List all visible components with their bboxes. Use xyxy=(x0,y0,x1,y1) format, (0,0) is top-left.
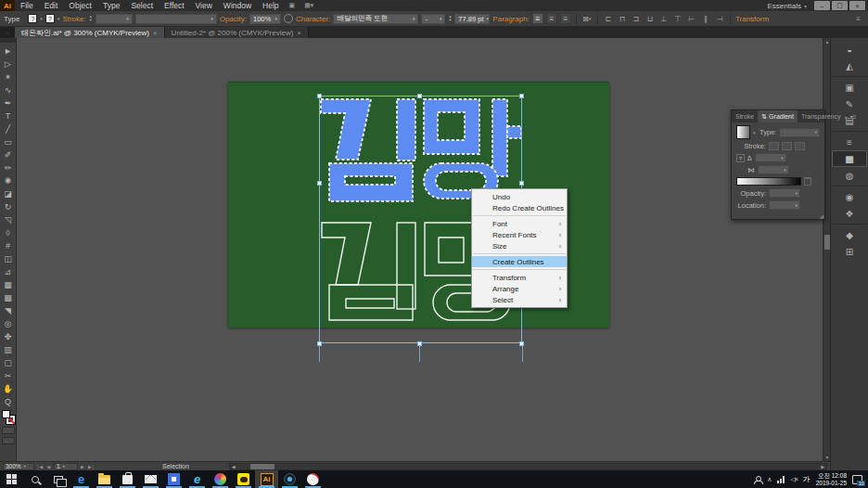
fill-stroke-indicator[interactable] xyxy=(2,410,15,424)
drawing-mode-button[interactable] xyxy=(2,427,15,434)
menu-item[interactable]: Select xyxy=(125,0,159,11)
distribute-left-icon[interactable]: ⊢ xyxy=(686,13,697,24)
search-button[interactable] xyxy=(23,470,46,488)
close-button[interactable]: × xyxy=(849,1,865,10)
hand-tool[interactable]: ✋ xyxy=(1,382,16,395)
distribute-right-icon[interactable]: ⊣ xyxy=(714,13,725,24)
taskbar-app-nox[interactable] xyxy=(278,470,301,488)
tray-expand-icon[interactable]: ∧ xyxy=(767,476,772,483)
stroke-weight-field[interactable]: ▾ xyxy=(96,14,133,24)
free-transform-tool[interactable]: # xyxy=(1,239,16,252)
color-guide-panel-icon[interactable]: ◭ xyxy=(832,58,867,74)
artboards-panel-icon[interactable]: ⊞ xyxy=(832,243,867,260)
reverse-gradient-icon[interactable]: ? xyxy=(736,154,745,162)
menu-item[interactable]: Help xyxy=(257,0,284,11)
tab-transparency[interactable]: Transparency xyxy=(798,110,845,122)
blob-brush-tool[interactable]: ✺ xyxy=(1,174,16,187)
gradient-tool[interactable]: ▩ xyxy=(1,291,16,304)
tab-stroke[interactable]: Stroke xyxy=(732,110,758,122)
zoom-tool[interactable]: Q xyxy=(1,395,16,408)
delete-stop-icon[interactable] xyxy=(804,177,811,186)
scale-tool[interactable]: ◹ xyxy=(1,213,16,226)
task-view-button[interactable] xyxy=(46,470,70,488)
pen-tool[interactable]: ✒ xyxy=(1,96,16,109)
mesh-tool[interactable]: ▦ xyxy=(1,278,16,291)
go-to-bridge-icon[interactable]: ▣ xyxy=(285,2,300,9)
menu-item[interactable]: Type xyxy=(97,0,125,11)
previous-artboard-icon[interactable]: ◀ xyxy=(46,464,51,469)
font-style-field[interactable]: -▾ xyxy=(421,14,445,24)
minimize-button[interactable]: – xyxy=(814,1,830,10)
panel-menu-icon[interactable]: ▾≡ xyxy=(850,113,857,120)
rectangle-tool[interactable]: ▭ xyxy=(1,135,16,148)
distribute-center-icon[interactable]: ∥ xyxy=(700,13,711,24)
appearance-panel-icon[interactable]: ◉ xyxy=(832,188,867,205)
tab-close-icon[interactable]: × xyxy=(153,29,158,37)
taskbar-app-edge[interactable]: e xyxy=(70,470,93,488)
fill-proxy-swatch[interactable] xyxy=(2,410,10,418)
perspective-grid-tool[interactable]: ⊿ xyxy=(1,265,16,278)
menu-item[interactable]: Window xyxy=(218,0,257,11)
graph-tool[interactable]: ▥ xyxy=(1,343,16,356)
paintbrush-tool[interactable]: ✐ xyxy=(1,148,16,161)
zoom-level-field[interactable]: 300%▾ xyxy=(3,463,34,470)
horizontal-scroll-thumb[interactable] xyxy=(250,464,274,469)
tools-grip[interactable] xyxy=(0,38,16,43)
layers-panel-icon[interactable]: ◆ xyxy=(832,226,867,243)
character-link[interactable]: Character: xyxy=(296,15,330,23)
tab-document-1[interactable]: 태온짜인.ai* @ 300% (CMYK/Preview) × xyxy=(15,27,165,38)
menu-item-select[interactable]: Select› xyxy=(472,294,567,305)
collapse-panel-icon[interactable]: » xyxy=(845,114,848,120)
eyedropper-tool[interactable]: ◥ xyxy=(1,304,16,317)
arrange-documents-icon[interactable]: ▦▾ xyxy=(300,2,318,9)
selection-handle[interactable] xyxy=(519,341,524,346)
stroke-gradient-along-button[interactable] xyxy=(782,142,792,150)
shape-builder-tool[interactable]: ◫ xyxy=(1,252,16,265)
first-artboard-icon[interactable]: |◀ xyxy=(37,464,44,469)
transparency-panel-icon[interactable]: ◍ xyxy=(832,167,867,184)
taskbar-app-photos[interactable] xyxy=(162,470,185,488)
vertical-scrollbar[interactable]: ▲ ▼ xyxy=(823,38,830,461)
control-dock-toggle-icon[interactable]: ≡ xyxy=(856,15,864,23)
horizontal-align-center-icon[interactable]: ⊓ xyxy=(617,13,628,24)
taskbar-clock[interactable]: 오전 12:08 2019-01-25 xyxy=(816,472,847,486)
menu-item[interactable]: View xyxy=(190,0,218,11)
menu-item[interactable]: Effect xyxy=(159,0,190,11)
transform-link[interactable]: Transform xyxy=(735,15,769,23)
workspace-switcher[interactable]: Essentials▾ xyxy=(762,2,812,10)
tab-gradient[interactable]: ⇅Gradient xyxy=(758,110,798,122)
align-options-icon[interactable]: ⊠▾ xyxy=(581,13,593,24)
horizontal-scrollbar[interactable]: ◀ ▶ xyxy=(229,463,827,470)
width-tool[interactable]: ◊ xyxy=(1,226,16,239)
selection-handle[interactable] xyxy=(417,94,422,98)
panel-resize-grip[interactable]: ◢ xyxy=(819,212,823,219)
selection-handle[interactable] xyxy=(317,181,322,186)
selection-tool[interactable]: ► xyxy=(1,45,16,58)
tab-overflow-icon[interactable]: ⁙ xyxy=(0,27,15,38)
menu-item[interactable]: Edit xyxy=(39,0,64,11)
selection-handle[interactable] xyxy=(417,341,422,346)
canvas-area[interactable]: Undo Redo Create Outlines Font› Recent F… xyxy=(17,38,839,461)
artboard-number-field[interactable]: 1▾ xyxy=(54,463,78,470)
menu-item-arrange[interactable]: Arrange› xyxy=(472,283,567,294)
stroke-swatch[interactable]: ? xyxy=(45,14,55,23)
gradient-type-select[interactable]: ▾ xyxy=(779,128,820,137)
people-icon[interactable] xyxy=(754,476,761,483)
gradient-aspect-field[interactable]: ▾ xyxy=(758,165,789,174)
libraries-panel-icon[interactable]: ▣ xyxy=(832,79,867,96)
selection-handle[interactable] xyxy=(519,181,524,186)
recolor-artwork-icon[interactable] xyxy=(284,14,293,23)
fill-caret-icon[interactable]: ▾ xyxy=(40,16,43,21)
taskbar-app-internet-explorer[interactable]: e xyxy=(185,470,209,488)
type-tool[interactable]: T xyxy=(1,109,16,122)
menu-item-redo-create-outlines[interactable]: Redo Create Outlines xyxy=(472,202,567,213)
paragraph-link[interactable]: Paragraph: xyxy=(492,15,530,23)
network-icon[interactable] xyxy=(777,476,785,483)
gradient-angle-field[interactable]: ▾ xyxy=(755,153,786,162)
color-themes-panel-icon[interactable]: ◒ xyxy=(832,41,867,58)
variable-width-profile-field[interactable]: ▾ xyxy=(135,14,217,24)
taskbar-app-media-player[interactable] xyxy=(301,470,325,488)
restore-button[interactable]: ▢ xyxy=(832,1,848,10)
stroke-gradient-across-button[interactable] xyxy=(795,142,805,150)
menu-item[interactable]: File xyxy=(15,0,39,11)
